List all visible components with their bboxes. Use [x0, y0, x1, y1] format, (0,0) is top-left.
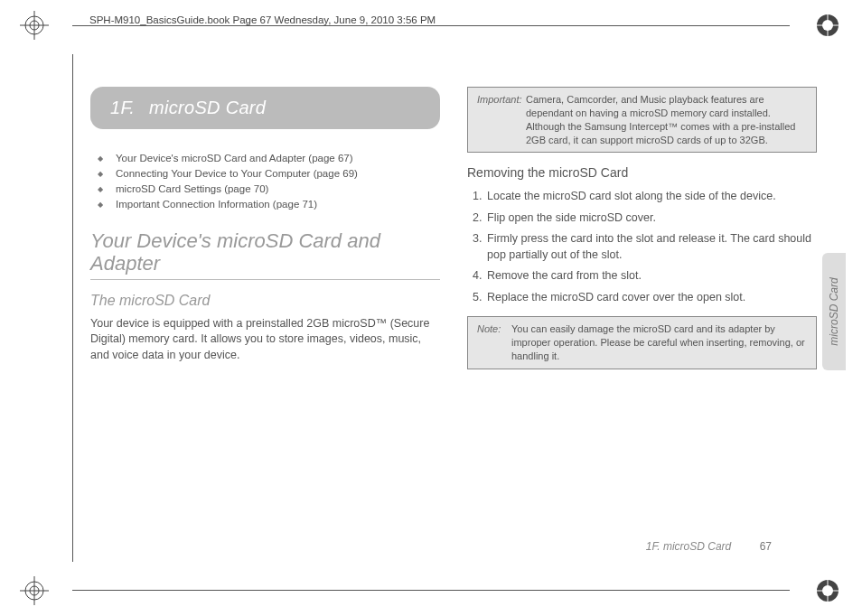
- book-meta: SPH-M910_BasicsGuide.book Page 67 Wednes…: [86, 14, 439, 25]
- right-column: Important: Camera, Camcorder, and Music …: [467, 87, 817, 529]
- chapter-title: microSD Card: [149, 98, 266, 117]
- note-callout: Note: You can easily damage the microSD …: [467, 316, 817, 369]
- chapter-number: 1F.: [110, 98, 135, 117]
- step-item: Locate the microSD card slot along the s…: [485, 189, 817, 205]
- important-callout: Important: Camera, Camcorder, and Music …: [467, 87, 817, 153]
- toc-list: Your Device's microSD Card and Adapter (…: [90, 153, 440, 210]
- registration-mark-icon: [813, 576, 842, 605]
- thumb-tab-label: microSD Card: [828, 277, 840, 345]
- chapter-heading: 1F. microSD Card: [90, 87, 440, 129]
- page-footer: 1F. microSD Card 67: [646, 540, 772, 553]
- footer-section: 1F. microSD Card: [646, 540, 731, 553]
- procedure-heading: Removing the microSD Card: [467, 165, 817, 180]
- step-item: Flip open the side microSD cover.: [485, 210, 817, 227]
- section-heading: Your Device's microSD Card and Adapter: [90, 229, 440, 280]
- toc-item: Connecting Your Device to Your Computer …: [98, 168, 440, 179]
- page-content: 1F. microSD Card Your Device's microSD C…: [90, 87, 817, 529]
- note-text: You can easily damage the microSD card a…: [477, 322, 807, 363]
- steps-list: Locate the microSD card slot along the s…: [485, 189, 817, 305]
- crop-row-top: [0, 0, 862, 51]
- left-column: 1F. microSD Card Your Device's microSD C…: [90, 87, 440, 529]
- step-item: Replace the microSD card cover over the …: [485, 290, 817, 306]
- step-item: Firmly press the card into the slot and …: [485, 231, 817, 263]
- registration-mark-icon: [20, 576, 49, 605]
- important-text: Camera, Camcorder, and Music playback fe…: [477, 93, 807, 146]
- footer-page-number: 67: [760, 540, 772, 553]
- important-label: Important:: [477, 93, 522, 107]
- crop-side-line: [72, 54, 73, 562]
- step-item: Remove the card from the slot.: [485, 268, 817, 285]
- registration-mark-icon: [813, 11, 842, 40]
- toc-item: Important Connection Information (page 7…: [98, 199, 440, 210]
- subsection-heading: The microSD Card: [90, 293, 440, 309]
- toc-item: microSD Card Settings (page 70): [98, 183, 440, 194]
- body-text: Your device is equipped with a preinstal…: [90, 316, 440, 364]
- crop-row-bottom: [0, 565, 862, 616]
- registration-mark-icon: [20, 11, 49, 40]
- note-label: Note:: [477, 322, 501, 336]
- toc-item: Your Device's microSD Card and Adapter (…: [98, 153, 440, 163]
- thumb-tab: microSD Card: [822, 253, 846, 370]
